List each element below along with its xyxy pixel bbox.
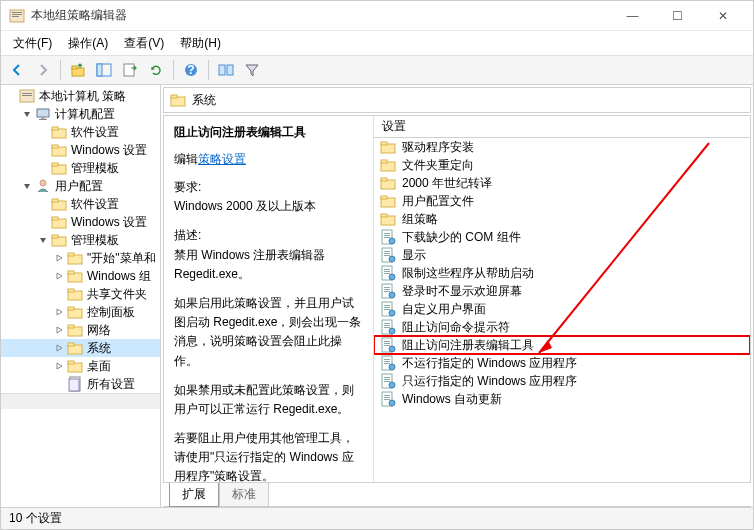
tree-admin-templates[interactable]: 管理模板 bbox=[1, 159, 160, 177]
show-hide-tree-button[interactable] bbox=[92, 58, 116, 82]
expand-icon[interactable] bbox=[53, 360, 65, 372]
list-item[interactable]: 登录时不显示欢迎屏幕 bbox=[374, 282, 750, 300]
svg-point-71 bbox=[389, 256, 395, 262]
list-item-label: 自定义用户界面 bbox=[402, 301, 486, 318]
list-item[interactable]: 不运行指定的 Windows 应用程序 bbox=[374, 354, 750, 372]
tree-node-icon bbox=[35, 106, 51, 122]
list-item-label: 文件夹重定向 bbox=[402, 157, 474, 174]
svg-rect-57 bbox=[381, 178, 387, 181]
list-item-label: 登录时不显示欢迎屏幕 bbox=[402, 283, 522, 300]
tree-node-label: 管理模板 bbox=[71, 232, 119, 249]
tab-extended[interactable]: 扩展 bbox=[169, 483, 219, 507]
list-item-label: 显示 bbox=[402, 247, 426, 264]
expand-icon[interactable] bbox=[53, 270, 65, 282]
list-item[interactable]: 驱动程序安装 bbox=[374, 138, 750, 156]
tree-node-icon bbox=[51, 232, 67, 248]
svg-rect-24 bbox=[52, 163, 58, 166]
list-item-label: 用户配置文件 bbox=[402, 193, 474, 210]
list-item[interactable]: 2000 年世纪转译 bbox=[374, 174, 750, 192]
policy-settings-link[interactable]: 策略设置 bbox=[198, 152, 246, 166]
svg-rect-33 bbox=[68, 253, 74, 256]
list-item[interactable]: Windows 自动更新 bbox=[374, 390, 750, 408]
svg-point-66 bbox=[389, 238, 395, 244]
menu-help[interactable]: 帮助(H) bbox=[172, 32, 229, 55]
tree-start-menu[interactable]: "开始"菜单和 bbox=[1, 249, 160, 267]
svg-rect-74 bbox=[384, 271, 390, 272]
tree-user-config[interactable]: 用户配置 bbox=[1, 177, 160, 195]
list-item-label: 组策略 bbox=[402, 211, 438, 228]
app-icon bbox=[9, 8, 25, 24]
tab-standard[interactable]: 标准 bbox=[219, 483, 269, 507]
tree-node-label: Windows 设置 bbox=[71, 214, 147, 231]
forward-button[interactable] bbox=[31, 58, 55, 82]
list-item[interactable]: 自定义用户界面 bbox=[374, 300, 750, 318]
column-header-setting[interactable]: 设置 bbox=[374, 116, 750, 138]
menu-file[interactable]: 文件(F) bbox=[5, 32, 60, 55]
list-item[interactable]: 限制这些程序从帮助启动 bbox=[374, 264, 750, 282]
tree-admin-templates-2[interactable]: 管理模板 bbox=[1, 231, 160, 249]
title-bar: 本地组策略编辑器 — ☐ ✕ bbox=[1, 1, 753, 31]
tree-software-settings[interactable]: 软件设置 bbox=[1, 123, 160, 141]
edit-label: 编辑 bbox=[174, 152, 198, 166]
tree-network[interactable]: 网络 bbox=[1, 321, 160, 339]
svg-rect-5 bbox=[72, 66, 77, 69]
expand-icon[interactable] bbox=[53, 342, 65, 354]
expand-icon[interactable] bbox=[53, 252, 65, 264]
svg-rect-88 bbox=[384, 323, 390, 324]
tree-all-settings[interactable]: 所有设置 bbox=[1, 375, 160, 393]
tree-root[interactable]: 本地计算机 策略 bbox=[1, 87, 160, 105]
list-item[interactable]: 只运行指定的 Windows 应用程序 bbox=[374, 372, 750, 390]
list-item[interactable]: 下载缺少的 COM 组件 bbox=[374, 228, 750, 246]
tree-pane[interactable]: 本地计算机 策略计算机配置软件设置Windows 设置管理模板用户配置软件设置W… bbox=[1, 85, 161, 507]
maximize-button[interactable]: ☐ bbox=[655, 1, 700, 31]
policy-icon bbox=[380, 391, 396, 407]
tree-system[interactable]: 系统 bbox=[1, 339, 160, 357]
svg-point-106 bbox=[389, 382, 395, 388]
tree-shared-folders[interactable]: 共享文件夹 bbox=[1, 285, 160, 303]
tree-control-panel[interactable]: 控制面板 bbox=[1, 303, 160, 321]
expand-icon[interactable] bbox=[53, 324, 65, 336]
list-item[interactable]: 文件夹重定向 bbox=[374, 156, 750, 174]
export-button[interactable] bbox=[118, 58, 142, 82]
filter-button[interactable] bbox=[240, 58, 264, 82]
spacer bbox=[37, 144, 49, 156]
settings-list[interactable]: 驱动程序安装文件夹重定向2000 年世纪转译用户配置文件组策略下载缺少的 COM… bbox=[374, 138, 750, 482]
policy-icon bbox=[380, 355, 396, 371]
collapse-icon[interactable] bbox=[21, 108, 33, 120]
horizontal-scrollbar[interactable] bbox=[1, 393, 160, 409]
toolbar-separator bbox=[60, 60, 61, 80]
path-bar: 系统 bbox=[163, 87, 751, 113]
collapse-icon[interactable] bbox=[21, 180, 33, 192]
svg-rect-63 bbox=[384, 233, 390, 234]
list-item[interactable]: 组策略 bbox=[374, 210, 750, 228]
requirements-text: Windows 2000 及以上版本 bbox=[174, 197, 363, 216]
tree-windows-settings-2[interactable]: Windows 设置 bbox=[1, 213, 160, 231]
help-button[interactable]: ? bbox=[179, 58, 203, 82]
list-item[interactable]: 用户配置文件 bbox=[374, 192, 750, 210]
menu-action[interactable]: 操作(A) bbox=[60, 32, 116, 55]
tree-node-icon bbox=[67, 340, 83, 356]
tree-software-settings-2[interactable]: 软件设置 bbox=[1, 195, 160, 213]
spacer bbox=[37, 198, 49, 210]
collapse-icon[interactable] bbox=[37, 234, 49, 246]
menu-view[interactable]: 查看(V) bbox=[116, 32, 172, 55]
close-button[interactable]: ✕ bbox=[700, 1, 745, 31]
extended-view-button[interactable] bbox=[214, 58, 238, 82]
svg-rect-95 bbox=[384, 345, 390, 346]
list-item[interactable]: 阻止访问命令提示符 bbox=[374, 318, 750, 336]
refresh-button[interactable] bbox=[144, 58, 168, 82]
minimize-button[interactable]: — bbox=[610, 1, 655, 31]
list-item[interactable]: 阻止访问注册表编辑工具 bbox=[374, 336, 750, 354]
svg-rect-47 bbox=[69, 379, 79, 391]
tree-computer-config[interactable]: 计算机配置 bbox=[1, 105, 160, 123]
tree-windows-settings[interactable]: Windows 设置 bbox=[1, 141, 160, 159]
tree-windows-components[interactable]: Windows 组 bbox=[1, 267, 160, 285]
policy-icon bbox=[380, 319, 396, 335]
tree-desktop[interactable]: 桌面 bbox=[1, 357, 160, 375]
tree-node-label: 管理模板 bbox=[71, 160, 119, 177]
tree-node-icon bbox=[51, 124, 67, 140]
back-button[interactable] bbox=[5, 58, 29, 82]
expand-icon[interactable] bbox=[53, 306, 65, 318]
up-button[interactable] bbox=[66, 58, 90, 82]
list-item[interactable]: 显示 bbox=[374, 246, 750, 264]
